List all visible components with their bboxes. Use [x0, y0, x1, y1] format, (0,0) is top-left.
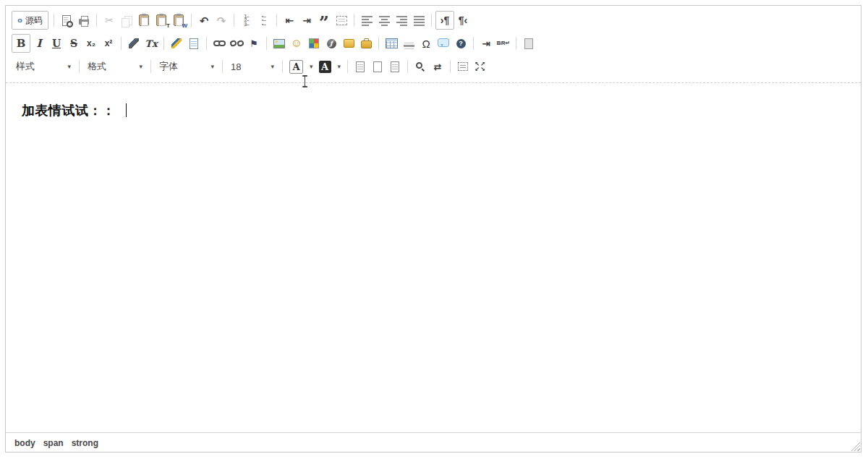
- emoji-grid-button[interactable]: [305, 35, 323, 52]
- comment-button[interactable]: [435, 35, 452, 52]
- indent-button[interactable]: ⇥: [298, 12, 315, 29]
- toolbar-separator: [234, 14, 234, 27]
- bulleted-list-button[interactable]: •– •– •–: [255, 12, 273, 29]
- blockquote-button[interactable]: ”: [315, 12, 333, 29]
- highlight-button[interactable]: [168, 35, 185, 52]
- iframe-button[interactable]: [520, 35, 537, 52]
- select-all-button[interactable]: [454, 58, 472, 75]
- templates-button[interactable]: [185, 35, 203, 52]
- style-combo[interactable]: 样式▾: [12, 58, 75, 75]
- replace-button[interactable]: ⇄: [429, 58, 446, 75]
- background-color-button[interactable]: A▾: [316, 58, 344, 75]
- special-char-button[interactable]: Ω: [417, 35, 435, 52]
- source-button[interactable]: ‹›源码: [12, 11, 48, 30]
- link-button[interactable]: [210, 35, 228, 52]
- toolbar-separator: [121, 37, 122, 50]
- subscript-icon: x₂: [87, 39, 95, 48]
- redo-button[interactable]: ↷: [213, 12, 230, 29]
- paste-word-button[interactable]: W: [170, 12, 187, 29]
- align-right-button[interactable]: [393, 12, 410, 29]
- new-page-icon: [373, 61, 382, 72]
- format-combo[interactable]: 格式▾: [83, 58, 147, 75]
- text-color-button[interactable]: A▾: [286, 58, 316, 75]
- outdent-button[interactable]: ⇤: [281, 12, 298, 29]
- paragraph-ltr-icon: ›¶: [441, 15, 449, 25]
- file-case-button[interactable]: [357, 35, 375, 52]
- paste-button[interactable]: [135, 12, 153, 29]
- align-left-button[interactable]: [358, 12, 375, 29]
- first-line-indent-icon: ⇥: [482, 38, 490, 48]
- find-button[interactable]: [412, 58, 429, 75]
- omega-icon: Ω: [422, 38, 430, 49]
- chevron-down-icon: ▾: [67, 63, 71, 70]
- underline-icon: U: [52, 38, 61, 48]
- new-page-button[interactable]: [369, 58, 386, 75]
- cut-button[interactable]: ✂: [101, 12, 118, 29]
- copy-formatting-button[interactable]: [125, 35, 142, 52]
- copy-button[interactable]: [118, 12, 135, 29]
- numbered-list-icon: 1– 2– 3–: [244, 14, 249, 27]
- resize-grip[interactable]: [851, 442, 860, 451]
- element-path-item-body[interactable]: body: [14, 438, 35, 448]
- superscript-button[interactable]: x²: [100, 35, 117, 52]
- source-code-icon: ‹›: [17, 16, 22, 25]
- scissors-icon: ✂: [105, 15, 114, 25]
- table-button[interactable]: [383, 35, 400, 52]
- undo-arrow-icon: ↶: [200, 15, 209, 26]
- chevron-down-icon: ▾: [310, 63, 313, 70]
- page-preview-button[interactable]: [386, 58, 404, 75]
- font-combo[interactable]: 字体▾: [155, 58, 218, 75]
- content-paragraph: 加表情试试：：: [22, 102, 845, 119]
- element-path-item-strong[interactable]: strong: [72, 438, 98, 448]
- underline-button[interactable]: U: [48, 35, 65, 52]
- align-right-icon: [396, 15, 407, 26]
- size-combo[interactable]: 18▾: [226, 58, 278, 75]
- text-color-icon: A: [289, 60, 303, 74]
- unlink-button[interactable]: [228, 35, 245, 52]
- align-justify-button[interactable]: [410, 12, 427, 29]
- italic-button[interactable]: I: [30, 35, 48, 52]
- smiley-icon: ☺: [291, 38, 302, 49]
- content-text: 加表情试试：：: [22, 103, 116, 118]
- strikethrough-icon: S: [70, 38, 77, 48]
- format-combo-value: 格式: [88, 60, 106, 73]
- text-direction-ltr-button[interactable]: ›¶: [435, 11, 454, 30]
- align-center-button[interactable]: [375, 12, 393, 29]
- editor-toolbar: ‹›源码✂TW↶↷1– 2– 3–•– •– •–⇤⇥”›¶¶‹BIUSx₂x²…: [6, 6, 861, 83]
- attachment-button[interactable]: [340, 35, 357, 52]
- preview-button[interactable]: [58, 12, 75, 29]
- maximize-button[interactable]: ↖↗ ↙↘: [472, 58, 489, 75]
- style-combo-value: 样式: [16, 60, 35, 73]
- flash-button[interactable]: [323, 35, 340, 52]
- toolbar-separator: [473, 37, 474, 50]
- element-path-item-span[interactable]: span: [43, 438, 64, 448]
- text-direction-rtl-button[interactable]: ¶‹: [454, 12, 472, 29]
- about-button[interactable]: [452, 35, 469, 52]
- remove-format-button[interactable]: Tx: [142, 35, 160, 52]
- toolbar-separator: [222, 60, 223, 73]
- editor-content-area[interactable]: 加表情试试：：: [6, 83, 861, 432]
- first-line-indent-button[interactable]: ⇥: [477, 35, 495, 52]
- smiley-button[interactable]: ☺: [288, 35, 305, 52]
- redo-arrow-icon: ↷: [217, 15, 226, 26]
- anchor-button[interactable]: ⚑: [245, 35, 263, 52]
- bulleted-list-icon: •– •– •–: [262, 14, 266, 27]
- print-button[interactable]: [75, 12, 93, 29]
- toolbar-separator: [79, 60, 80, 73]
- show-blocks-icon: [356, 61, 365, 72]
- anchor-flag-icon: ⚑: [250, 39, 258, 48]
- strikethrough-button[interactable]: S: [65, 35, 82, 52]
- toolbar-separator: [450, 60, 451, 73]
- subscript-button[interactable]: x₂: [82, 35, 100, 52]
- bold-button[interactable]: B: [12, 34, 30, 53]
- show-blocks-button[interactable]: [352, 58, 369, 75]
- div-container-button[interactable]: [333, 12, 350, 29]
- horizontal-rule-button[interactable]: [400, 35, 417, 52]
- numbered-list-button[interactable]: 1– 2– 3–: [238, 12, 255, 29]
- outdent-icon: ⇤: [285, 15, 294, 25]
- undo-button[interactable]: ↶: [195, 12, 213, 29]
- toolbar-row-1: ‹›源码✂TW↶↷1– 2– 3–•– •– •–⇤⇥”›¶¶‹: [12, 9, 855, 32]
- line-break-button[interactable]: BR↵: [495, 35, 512, 52]
- paste-text-button[interactable]: T: [153, 12, 170, 29]
- image-button[interactable]: [271, 35, 288, 52]
